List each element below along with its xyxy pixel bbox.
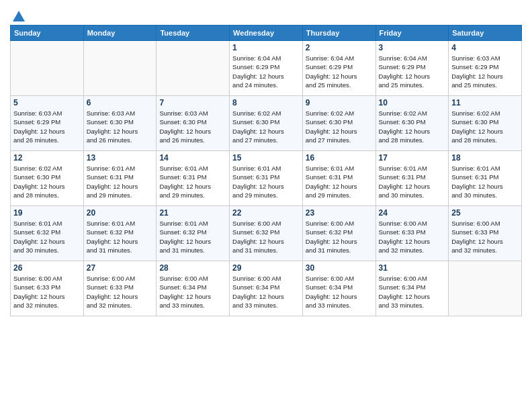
calendar-cell: 12Sunrise: 6:02 AMSunset: 6:30 PMDayligh… [11,151,84,206]
day-info: Sunrise: 6:01 AMSunset: 6:31 PMDaylight:… [451,164,519,199]
calendar-cell: 18Sunrise: 6:01 AMSunset: 6:31 PMDayligh… [449,151,522,206]
calendar-cell [157,41,230,96]
calendar-cell: 10Sunrise: 6:02 AMSunset: 6:30 PMDayligh… [375,96,449,151]
day-info: Sunrise: 6:02 AMSunset: 6:30 PMDaylight:… [379,109,446,144]
calendar-body: 1Sunrise: 6:04 AMSunset: 6:29 PMDaylight… [11,41,522,316]
calendar-cell: 2Sunrise: 6:04 AMSunset: 6:29 PMDaylight… [302,41,375,96]
calendar-week-1: 5Sunrise: 6:03 AMSunset: 6:29 PMDaylight… [11,96,522,151]
day-number: 21 [159,208,226,218]
calendar-cell: 21Sunrise: 6:01 AMSunset: 6:32 PMDayligh… [157,206,230,261]
calendar-cell: 22Sunrise: 6:00 AMSunset: 6:32 PMDayligh… [230,206,303,261]
day-info: Sunrise: 6:00 AMSunset: 6:33 PMDaylight:… [13,274,81,310]
calendar-header-tuesday: Tuesday [157,26,230,41]
calendar-cell [11,41,84,96]
day-number: 30 [306,263,373,273]
calendar-cell: 5Sunrise: 6:03 AMSunset: 6:29 PMDaylight… [11,96,84,151]
logo-icon [11,9,26,24]
logo [10,9,26,22]
calendar-week-4: 26Sunrise: 6:00 AMSunset: 6:33 PMDayligh… [11,261,522,316]
day-number: 7 [159,98,226,107]
day-number: 22 [232,208,300,218]
calendar-cell: 19Sunrise: 6:01 AMSunset: 6:32 PMDayligh… [11,206,84,261]
day-number: 13 [87,153,154,163]
header [10,7,522,22]
calendar-header-row: SundayMondayTuesdayWednesdayThursdayFrid… [11,26,522,41]
day-info: Sunrise: 6:01 AMSunset: 6:32 PMDaylight:… [87,219,154,255]
day-info: Sunrise: 6:00 AMSunset: 6:34 PMDaylight:… [232,274,300,310]
day-info: Sunrise: 6:00 AMSunset: 6:34 PMDaylight:… [159,274,226,310]
day-info: Sunrise: 6:00 AMSunset: 6:32 PMDaylight:… [306,219,373,255]
calendar-cell: 31Sunrise: 6:00 AMSunset: 6:34 PMDayligh… [375,261,449,316]
calendar-cell: 9Sunrise: 6:02 AMSunset: 6:30 PMDaylight… [302,96,375,151]
calendar-cell: 14Sunrise: 6:01 AMSunset: 6:31 PMDayligh… [157,151,230,206]
day-info: Sunrise: 6:04 AMSunset: 6:29 PMDaylight:… [379,54,446,89]
day-info: Sunrise: 6:00 AMSunset: 6:32 PMDaylight:… [232,219,300,255]
day-info: Sunrise: 6:01 AMSunset: 6:32 PMDaylight:… [159,219,226,255]
day-number: 23 [306,208,373,218]
calendar-cell: 28Sunrise: 6:00 AMSunset: 6:34 PMDayligh… [157,261,230,316]
day-info: Sunrise: 6:01 AMSunset: 6:31 PMDaylight:… [379,164,446,199]
calendar-header-thursday: Thursday [302,26,375,41]
calendar-cell [449,261,522,316]
day-number: 12 [13,153,81,163]
day-info: Sunrise: 6:00 AMSunset: 6:33 PMDaylight:… [379,219,446,255]
calendar-cell: 4Sunrise: 6:03 AMSunset: 6:29 PMDaylight… [449,41,522,96]
calendar-cell: 24Sunrise: 6:00 AMSunset: 6:33 PMDayligh… [375,206,449,261]
calendar-cell: 29Sunrise: 6:00 AMSunset: 6:34 PMDayligh… [230,261,303,316]
day-info: Sunrise: 6:01 AMSunset: 6:31 PMDaylight:… [306,164,373,199]
day-number: 14 [159,153,226,163]
day-number: 1 [232,43,300,52]
day-info: Sunrise: 6:02 AMSunset: 6:30 PMDaylight:… [13,164,81,199]
calendar-cell [83,41,157,96]
day-number: 28 [159,263,226,273]
day-number: 9 [306,98,373,107]
day-info: Sunrise: 6:04 AMSunset: 6:29 PMDaylight:… [306,54,373,89]
day-number: 24 [379,208,446,218]
day-number: 4 [451,43,519,52]
day-number: 6 [87,98,154,107]
day-number: 18 [451,153,519,163]
calendar-cell: 20Sunrise: 6:01 AMSunset: 6:32 PMDayligh… [83,206,157,261]
day-info: Sunrise: 6:02 AMSunset: 6:30 PMDaylight:… [232,109,300,144]
calendar-week-0: 1Sunrise: 6:04 AMSunset: 6:29 PMDaylight… [11,41,522,96]
page-container: SundayMondayTuesdayWednesdayThursdayFrid… [0,0,532,323]
calendar-cell: 16Sunrise: 6:01 AMSunset: 6:31 PMDayligh… [302,151,375,206]
day-number: 15 [232,153,300,163]
day-number: 29 [232,263,300,273]
calendar-header-monday: Monday [83,26,157,41]
calendar-header-wednesday: Wednesday [230,26,303,41]
day-number: 5 [13,98,81,107]
day-number: 8 [232,98,300,107]
calendar-table: SundayMondayTuesdayWednesdayThursdayFrid… [10,25,522,316]
calendar-header-friday: Friday [375,26,449,41]
day-info: Sunrise: 6:01 AMSunset: 6:32 PMDaylight:… [13,219,81,255]
calendar-header-saturday: Saturday [449,26,522,41]
day-info: Sunrise: 6:00 AMSunset: 6:34 PMDaylight:… [379,274,446,310]
day-number: 20 [87,208,154,218]
calendar-week-3: 19Sunrise: 6:01 AMSunset: 6:32 PMDayligh… [11,206,522,261]
calendar-cell: 17Sunrise: 6:01 AMSunset: 6:31 PMDayligh… [375,151,449,206]
day-info: Sunrise: 6:02 AMSunset: 6:30 PMDaylight:… [306,109,373,144]
calendar-cell: 8Sunrise: 6:02 AMSunset: 6:30 PMDaylight… [230,96,303,151]
calendar-cell: 23Sunrise: 6:00 AMSunset: 6:32 PMDayligh… [302,206,375,261]
day-info: Sunrise: 6:01 AMSunset: 6:31 PMDaylight:… [87,164,154,199]
day-info: Sunrise: 6:00 AMSunset: 6:33 PMDaylight:… [451,219,519,255]
calendar-cell: 11Sunrise: 6:02 AMSunset: 6:30 PMDayligh… [449,96,522,151]
day-info: Sunrise: 6:03 AMSunset: 6:30 PMDaylight:… [159,109,226,144]
calendar-cell: 3Sunrise: 6:04 AMSunset: 6:29 PMDaylight… [375,41,449,96]
svg-marker-0 [13,11,25,21]
day-number: 26 [13,263,81,273]
day-info: Sunrise: 6:03 AMSunset: 6:30 PMDaylight:… [87,109,154,144]
day-number: 31 [379,263,446,273]
day-info: Sunrise: 6:01 AMSunset: 6:31 PMDaylight:… [159,164,226,199]
calendar-cell: 26Sunrise: 6:00 AMSunset: 6:33 PMDayligh… [11,261,84,316]
calendar-cell: 7Sunrise: 6:03 AMSunset: 6:30 PMDaylight… [157,96,230,151]
day-info: Sunrise: 6:03 AMSunset: 6:29 PMDaylight:… [13,109,81,144]
day-info: Sunrise: 6:02 AMSunset: 6:30 PMDaylight:… [451,109,519,144]
day-number: 19 [13,208,81,218]
day-info: Sunrise: 6:04 AMSunset: 6:29 PMDaylight:… [232,54,300,89]
day-number: 16 [306,153,373,163]
calendar-header-sunday: Sunday [11,26,84,41]
day-number: 11 [451,98,519,107]
day-info: Sunrise: 6:00 AMSunset: 6:34 PMDaylight:… [306,274,373,310]
